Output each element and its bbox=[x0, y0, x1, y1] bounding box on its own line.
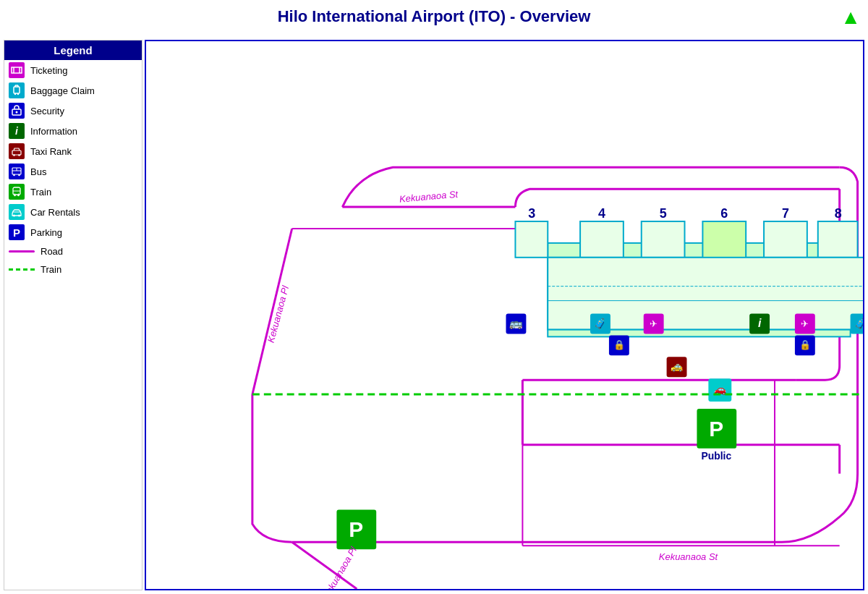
svg-text:7: 7 bbox=[782, 206, 789, 221]
north-arrow-icon: ▲ bbox=[841, 6, 861, 29]
svg-text:P: P bbox=[709, 417, 723, 441]
road-line-symbol bbox=[9, 250, 35, 253]
train-icon bbox=[9, 184, 25, 200]
legend-item-train: Train bbox=[4, 182, 142, 202]
train-line-symbol bbox=[9, 268, 35, 271]
svg-rect-11 bbox=[12, 150, 21, 155]
svg-text:✈: ✈ bbox=[801, 318, 809, 329]
svg-text:🔒: 🔒 bbox=[799, 339, 812, 351]
legend-item-security: Security bbox=[4, 101, 142, 121]
security-label: Security bbox=[30, 106, 64, 116]
svg-point-26 bbox=[18, 215, 20, 217]
svg-point-13 bbox=[18, 154, 20, 156]
information-icon: i bbox=[9, 123, 25, 139]
legend-item-road: Road bbox=[4, 242, 142, 260]
svg-text:Public: Public bbox=[701, 450, 731, 462]
page-title: Hilo International Airport (ITO) - Overv… bbox=[0, 0, 868, 30]
svg-text:4: 4 bbox=[598, 206, 605, 221]
svg-text:🚌: 🚌 bbox=[509, 317, 523, 330]
svg-point-21 bbox=[14, 195, 16, 197]
legend-item-information: i Information bbox=[4, 121, 142, 141]
baggage-icon bbox=[9, 82, 25, 98]
svg-rect-43 bbox=[818, 221, 858, 258]
svg-point-18 bbox=[18, 174, 20, 177]
svg-text:3: 3 bbox=[528, 206, 535, 221]
legend-item-car-rentals: Car Rentals bbox=[4, 202, 142, 222]
legend-item-taxi: Taxi Rank bbox=[4, 141, 142, 161]
taxi-icon bbox=[9, 143, 25, 159]
svg-point-17 bbox=[13, 174, 15, 177]
svg-text:🧳: 🧳 bbox=[854, 318, 863, 330]
svg-point-12 bbox=[13, 154, 15, 156]
svg-point-10 bbox=[16, 111, 18, 114]
svg-text:i: i bbox=[758, 317, 762, 329]
svg-rect-42 bbox=[764, 221, 807, 258]
taxi-label: Taxi Rank bbox=[30, 146, 72, 157]
map-area: 3 4 5 6 7 8 9 🚌 🧳 🔒 ✈ i ✈ bbox=[145, 40, 864, 590]
baggage-label: Baggage Claim bbox=[30, 85, 95, 96]
legend-title: Legend bbox=[4, 41, 142, 60]
svg-text:🔒: 🔒 bbox=[613, 339, 626, 351]
svg-point-7 bbox=[14, 93, 16, 95]
svg-point-8 bbox=[17, 93, 19, 95]
legend-item-train-line: Train bbox=[4, 260, 142, 279]
train-line-label: Train bbox=[41, 264, 61, 275]
svg-text:Kekuanaoa St: Kekuanaoa St bbox=[659, 551, 719, 562]
svg-rect-39 bbox=[580, 221, 624, 258]
svg-text:🧳: 🧳 bbox=[594, 318, 607, 330]
svg-text:P: P bbox=[349, 517, 363, 541]
train-label: Train bbox=[30, 187, 51, 198]
svg-rect-3 bbox=[14, 87, 20, 93]
car-rentals-icon bbox=[9, 204, 25, 220]
legend-item-bus: Bus bbox=[4, 161, 142, 182]
svg-text:✈: ✈ bbox=[650, 318, 658, 329]
ticketing-label: Ticketing bbox=[30, 65, 68, 76]
svg-rect-0 bbox=[12, 67, 22, 73]
svg-text:🚕: 🚕 bbox=[671, 360, 684, 373]
svg-text:6: 6 bbox=[720, 206, 728, 221]
parking-icon: P bbox=[9, 224, 25, 240]
svg-text:8: 8 bbox=[835, 206, 842, 221]
svg-rect-40 bbox=[642, 221, 685, 258]
legend-item-baggage: Baggage Claim bbox=[4, 80, 142, 101]
ticketing-icon bbox=[9, 62, 25, 78]
parking-label: Parking bbox=[30, 227, 62, 238]
information-label: Information bbox=[30, 126, 77, 137]
road-label: Road bbox=[41, 246, 63, 257]
svg-rect-38 bbox=[515, 221, 548, 258]
legend-item-ticketing: Ticketing bbox=[4, 60, 142, 80]
security-icon bbox=[9, 103, 25, 119]
svg-point-25 bbox=[13, 215, 15, 217]
car-rentals-label: Car Rentals bbox=[30, 207, 80, 218]
svg-text:5: 5 bbox=[660, 206, 667, 221]
svg-point-22 bbox=[17, 195, 20, 197]
legend-panel: Legend Ticketing Baggage Claim Security … bbox=[4, 40, 142, 590]
bus-label: Bus bbox=[30, 166, 46, 177]
legend-item-parking: P Parking bbox=[4, 222, 142, 242]
bus-icon bbox=[9, 164, 25, 179]
